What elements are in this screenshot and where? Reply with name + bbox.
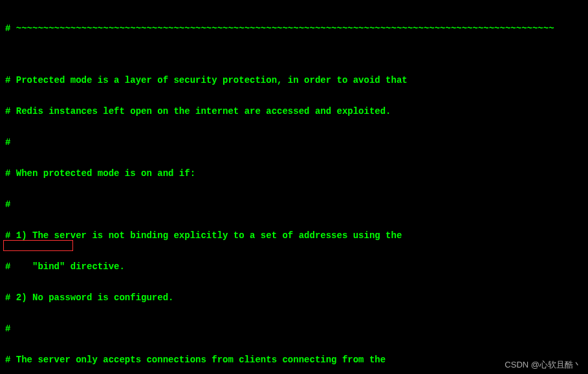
config-line: # Protected mode is a layer of security … xyxy=(5,75,583,85)
config-line: # "bind" directive. xyxy=(5,261,583,272)
config-line: # The server only accepts connections fr… xyxy=(5,355,583,365)
terminal-output: # ~~~~~~~~~~~~~~~~~~~~~~~~~~~~~~~~~~~~~~… xyxy=(0,0,588,374)
config-line: # When protected mode is on and if: xyxy=(5,168,583,179)
config-line: # xyxy=(5,137,583,148)
config-line: # xyxy=(5,199,583,210)
config-line: # 2) No password is configured. xyxy=(5,292,583,303)
watermark-text: CSDN @心软且酷丶 xyxy=(505,360,582,370)
config-line: # xyxy=(5,324,583,334)
config-line: # 1) The server is not binding explicitl… xyxy=(5,230,583,241)
config-line: # Redis instances left open on the inter… xyxy=(5,106,583,116)
config-line: # ~~~~~~~~~~~~~~~~~~~~~~~~~~~~~~~~~~~~~~… xyxy=(5,23,583,34)
